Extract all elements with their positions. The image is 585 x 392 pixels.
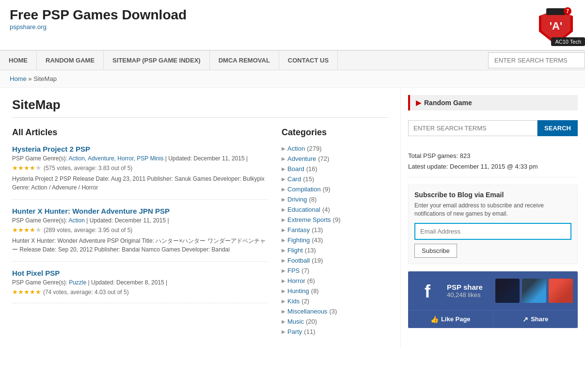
nav-contact[interactable]: CONTACT US [279,51,338,70]
article-desc-1: Hysteria Project 2 PSP Release Date: Aug… [12,174,267,192]
fb-share-button[interactable]: ↗ Share [493,311,578,328]
breadcrumb-current: SiteMap [33,75,57,82]
cat-arrow-icon: ▶ [282,217,285,222]
article-item: Hot Pixel PSP PSP Game Genre(s): Puzzle … [12,269,267,303]
cat-link[interactable]: Extreme Sports [287,216,331,223]
cat-link[interactable]: Compilation [287,186,321,193]
article-desc-2: Hunter X Hunter: Wonder Adventure PSP Or… [12,236,267,254]
genre-link-2[interactable]: Adventure [88,155,114,162]
total-games: Total PSP games: 823 [408,151,578,161]
cat-link[interactable]: Kids [287,298,300,305]
star-empty-1: ★ [35,164,42,172]
category-item: ▶Fantasy(13) [282,226,388,234]
cat-arrow-icon: ▶ [282,146,285,151]
cat-link[interactable]: Flight [287,247,303,254]
content-area: SiteMap All Articles Hysteria Project 2 … [0,88,401,348]
categories-list: ▶Action(279)▶Adventure(72)▶Board(16)▶Car… [282,145,388,335]
header-logo: 'A' 7 AC10 Tech [537,7,575,46]
genre-link-1[interactable]: Action [69,155,85,162]
cat-link[interactable]: Educational [287,206,320,213]
category-item: ▶Miscellaneous(3) [282,308,388,315]
cat-count: (6) [307,277,315,284]
cat-link[interactable]: Card [287,175,301,183]
cat-link[interactable]: Driving [287,196,307,203]
sidebar-search-input[interactable] [408,120,538,136]
category-item: ▶Fighting(43) [282,236,388,244]
category-item: ▶Board(16) [282,165,388,172]
fb-page-name: PSP share [447,283,483,291]
category-item: ▶Hunting(8) [282,287,388,295]
subscribe-title: Subscribe to Blog via Email [414,191,571,199]
star-1: ★★★★ [12,164,35,172]
subscribe-email-input[interactable] [414,223,571,240]
category-item: ▶Kids(2) [282,298,388,305]
article-stars-2: ★★★★★ (289 votes, average: 3.95 out of 5… [12,226,267,234]
subscribe-desc: Enter your email address to subscribe an… [414,202,571,218]
subscribe-button[interactable]: Subscribe [414,244,457,258]
genre-link-3[interactable]: Horror [117,155,133,162]
categories-title: Categories [282,127,388,138]
nav-dmca[interactable]: DMCA REMOVAL [210,51,279,70]
genre-link-action-2[interactable]: Action [69,217,85,224]
genre-link-4[interactable]: PSP Minis [137,155,163,162]
article-title-1[interactable]: Hysteria Project 2 PSP [12,145,267,153]
star-empty-2: ★ [35,226,42,234]
cat-link[interactable]: Party [287,328,302,335]
subscribe-box: Subscribe to Blog via Email Enter your e… [408,185,578,264]
nav-search-input[interactable] [488,52,585,68]
fb-buttons: 👍 Like Page ↗ Share [408,310,578,328]
cat-count: (2) [301,298,309,305]
cat-link[interactable]: Fantasy [287,226,310,234]
article-title-3[interactable]: Hot Pixel PSP [12,269,267,277]
cat-arrow-icon: ▶ [282,319,285,324]
fb-preview-3 [549,279,573,303]
cat-link[interactable]: Horror [287,277,305,284]
cat-link[interactable]: Miscellaneous [287,308,327,315]
votes-3: (74 votes, average: 4.03 out of 5) [43,289,129,296]
cat-link[interactable]: Hunting [287,287,309,295]
breadcrumb: Home » SiteMap [0,70,585,88]
category-item: ▶Compilation(9) [282,186,388,193]
breadcrumb-home[interactable]: Home [10,75,27,82]
cat-arrow-icon: ▶ [282,258,285,263]
fb-likes-count: 40,248 likes [447,291,483,298]
cat-link[interactable]: FPS [287,267,300,274]
fb-like-button[interactable]: 👍 Like Page [408,311,493,328]
cat-link[interactable]: Football [287,257,310,264]
nav-home[interactable]: HOME [0,51,37,70]
fb-preview-2 [522,279,546,303]
cat-link[interactable]: Adventure [287,155,316,162]
cat-arrow-icon: ▶ [282,309,285,314]
category-item: ▶Football(19) [282,257,388,264]
fb-images-preview [495,279,573,303]
nav-sitemap[interactable]: SITEMAP (PSP GAME INDEX) [104,51,210,70]
nav-random-game[interactable]: RANDOM GAME [37,51,104,70]
cat-link[interactable]: Music [287,318,304,325]
cat-count: (8) [311,287,319,295]
nav-search-area [488,52,585,68]
latest-update: Latest update: December 11, 2015 @ 4:33 … [408,161,578,172]
cat-link[interactable]: Fighting [287,236,310,244]
article-stars-1: ★★★★★ (575 votes, average: 3.83 out of 5… [12,164,267,172]
cat-count: (43) [312,236,323,244]
categories-column: Categories ▶Action(279)▶Adventure(72)▶Bo… [282,127,388,338]
articles-column: All Articles Hysteria Project 2 PSP PSP … [12,127,267,338]
category-item: ▶Card(15) [282,175,388,183]
article-title-2[interactable]: Hunter X Hunter: Wonder Adventure JPN PS… [12,207,267,215]
cat-link[interactable]: Action [287,145,305,152]
cat-arrow-icon: ▶ [282,288,285,294]
cat-count: (72) [318,155,329,162]
arrow-icon: ▶ [416,99,421,107]
fb-top: f PSP share 40,248 likes [408,271,578,310]
facebook-box: f PSP share 40,248 likes 👍 Like Page [408,271,578,328]
sidebar-search-button[interactable]: SEARCH [538,120,578,136]
cat-arrow-icon: ▶ [282,329,285,334]
cat-count: (8) [309,196,316,203]
star-2: ★★★★ [12,226,35,234]
all-articles-title: All Articles [12,127,267,138]
genre-link-puzzle-3[interactable]: Puzzle [69,279,86,286]
site-url[interactable]: pspshare.org [10,23,47,31]
random-game-label: Random Game [424,99,472,107]
cat-link[interactable]: Board [287,165,304,172]
category-item: ▶Action(279) [282,145,388,152]
